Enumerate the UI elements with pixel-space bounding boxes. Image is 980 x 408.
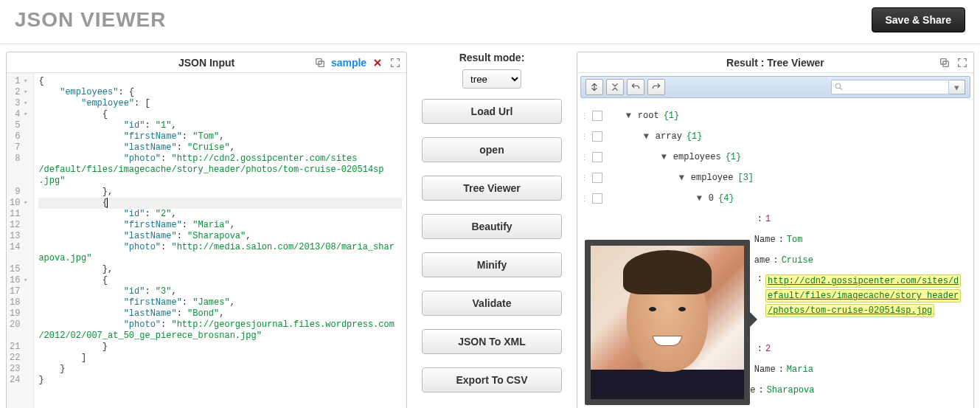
clear-icon[interactable] [371,56,384,69]
redo-icon[interactable] [647,79,665,95]
result-mode-label: Result mode: [422,52,562,63]
search-icon [834,82,844,94]
photo-link-line-2[interactable]: efault/files/imagecache/story_header [765,289,961,302]
tree-row-array[interactable]: ⋮⋮ ▼ array{1} [580,126,970,147]
tree-row-index-0[interactable]: ⋮⋮ ▼ 0{4} [580,188,970,209]
tree-toolbar: ▾ [580,76,970,98]
undo-icon[interactable] [627,79,644,95]
tree-body: ⋮⋮ ▼ root{1} ⋮⋮ ▼ array{1} ⋮⋮ ▼ employee… [577,101,973,408]
collapse-all-icon[interactable] [606,79,624,95]
copy-result-icon[interactable] [938,56,951,69]
tree-viewer-button[interactable]: Tree Viewer [422,176,562,201]
caret-down-icon[interactable]: ▼ [644,131,653,142]
beautify-button[interactable]: Beautify [422,214,562,239]
photo-preview-popup [585,240,750,405]
tree-row-root[interactable]: ⋮⋮ ▼ root{1} [580,106,970,126]
photo-link-line-1[interactable]: http://cdn2.gossipcenter.com/sites/d [765,274,961,288]
tree-row-employees[interactable]: ⋮⋮ ▼ employees{1} [580,147,970,167]
expand-all-icon[interactable] [585,79,603,95]
result-mode-select[interactable]: tree [462,69,521,89]
fullscreen-icon[interactable] [389,56,402,69]
photo-preview-image [591,246,744,399]
photo-link-line-3[interactable]: /photos/tom-cruise-020514sp.jpg [765,304,934,317]
caret-down-icon[interactable]: ▼ [697,193,706,204]
save-share-button[interactable]: Save & Share [872,7,966,32]
export-to-csv-button[interactable]: Export To CSV [422,367,562,393]
caret-down-icon[interactable]: ▼ [626,111,635,121]
caret-down-icon[interactable]: ▼ [661,152,670,162]
copy-icon[interactable] [313,56,327,69]
minify-button[interactable]: Minify [422,252,562,277]
result-title: Result : Tree Viewer [726,57,824,69]
tree-row-id-1[interactable]: :1 [580,209,970,229]
json-input-panel: JSON Input sample 1▾2▾3▾4▾5678910▾111213… [6,52,407,408]
app-title: JSON VIEWER [15,8,166,32]
actions-panel: Result mode: tree Load UrlopenTree Viewe… [422,52,562,408]
json-input-title: JSON Input [178,57,234,69]
tree-search-input[interactable] [831,80,949,94]
json-to-xml-button[interactable]: JSON To XML [422,329,562,354]
load-url-button[interactable]: Load Url [422,99,562,124]
tree-row-employee[interactable]: ⋮⋮ ▼ employee[3] [580,167,970,188]
code-editor[interactable]: 1▾2▾3▾4▾5678910▾111213141516▾17181920212… [7,73,406,408]
result-panel: Result : Tree Viewer [577,52,974,408]
fullscreen-result-icon[interactable] [956,56,969,69]
svg-point-4 [835,83,841,89]
validate-button[interactable]: Validate [422,291,562,316]
caret-down-icon[interactable]: ▼ [679,173,688,183]
open-button[interactable]: open [422,137,562,162]
search-options-icon[interactable]: ▾ [949,80,965,94]
sample-link[interactable]: sample [331,57,366,69]
